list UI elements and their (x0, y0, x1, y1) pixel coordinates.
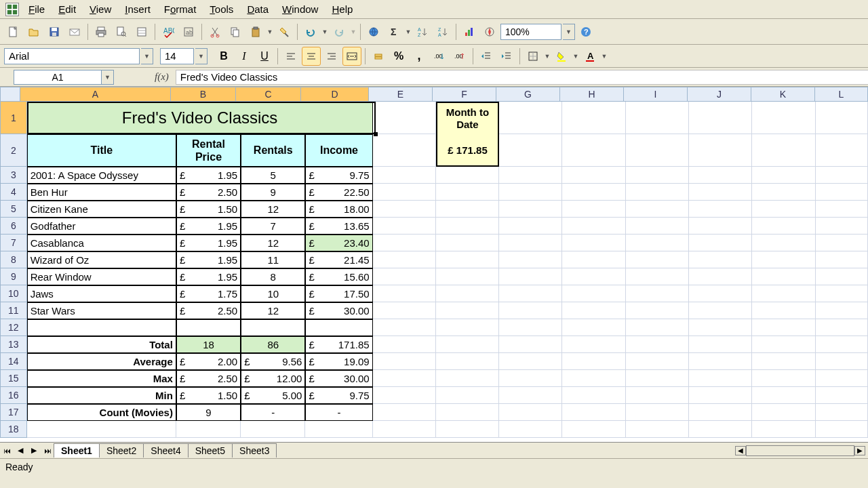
cell-G1[interactable] (499, 102, 562, 134)
menu-data[interactable]: Data (240, 1, 275, 18)
cell-L3[interactable] (816, 167, 868, 184)
cell-I13[interactable] (626, 336, 689, 353)
menu-tools[interactable]: Tools (203, 1, 240, 18)
cell-L7[interactable] (816, 235, 868, 251)
cell-income[interactable]: £17.50 (305, 285, 372, 302)
cell-G2[interactable] (499, 134, 562, 167)
underline-button[interactable]: U (255, 47, 274, 66)
sheet-tab-Sheet2[interactable]: Sheet2 (99, 443, 144, 458)
cell-G17[interactable] (499, 404, 562, 421)
tab-nav-prev[interactable]: ◀ (14, 444, 27, 458)
cell-title[interactable]: Rear Window (27, 268, 176, 285)
cell-G12[interactable] (499, 319, 562, 336)
cell-title[interactable]: Citizen Kane (27, 201, 176, 218)
cell-B12[interactable] (176, 319, 241, 336)
cell-J14[interactable] (689, 353, 752, 370)
cell-L8[interactable] (816, 251, 868, 268)
sheet-tab-Sheet5[interactable]: Sheet5 (188, 443, 233, 458)
bgcolor-button[interactable] (552, 47, 571, 66)
cell-I18[interactable] (626, 421, 689, 438)
row-header-17[interactable]: 17 (0, 404, 27, 421)
cell-I2[interactable] (626, 134, 689, 167)
cell-I5[interactable] (626, 201, 689, 218)
cell-H17[interactable] (562, 404, 625, 421)
cell-F12[interactable] (436, 319, 499, 336)
save-button[interactable] (45, 22, 64, 41)
row-header-2[interactable]: 2 (0, 134, 27, 167)
title-merged-cell[interactable]: Fred's Video Classics (27, 102, 373, 134)
cell-F11[interactable] (436, 302, 499, 319)
cell-H3[interactable] (562, 167, 625, 184)
hyperlink-button[interactable] (364, 22, 383, 41)
cell-F13[interactable] (436, 336, 499, 353)
summary-c-average[interactable]: £9.56 (241, 353, 305, 370)
cell-price[interactable]: £1.95 (176, 167, 241, 184)
cell-L5[interactable] (816, 201, 868, 218)
cell-E2[interactable] (373, 134, 436, 167)
summary-c-min[interactable]: £5.00 (241, 387, 305, 404)
cell-I12[interactable] (626, 319, 689, 336)
cell-price[interactable]: £2.50 (176, 302, 241, 319)
row-header-16[interactable]: 16 (0, 387, 27, 404)
cell-L14[interactable] (816, 353, 868, 370)
cell-H12[interactable] (562, 319, 625, 336)
cell-L12[interactable] (816, 319, 868, 336)
cell-H13[interactable] (562, 336, 625, 353)
cell-rentals[interactable]: 10 (241, 285, 305, 302)
cell-G9[interactable] (499, 268, 562, 285)
cell-F5[interactable] (436, 201, 499, 218)
cell-K5[interactable] (752, 201, 815, 218)
cell-F18[interactable] (436, 421, 499, 438)
cell-H8[interactable] (562, 251, 625, 268)
cell-E5[interactable] (373, 201, 436, 218)
summary-d-max[interactable]: £30.00 (305, 370, 372, 387)
row-header-4[interactable]: 4 (0, 184, 27, 201)
cell-H18[interactable] (562, 421, 625, 438)
cell-E1[interactable] (373, 102, 436, 134)
cell-G18[interactable] (499, 421, 562, 438)
new-button[interactable] (4, 22, 23, 41)
cell-B18[interactable] (176, 421, 241, 438)
month-to-date-label[interactable]: Month toDate (436, 102, 499, 134)
navigator-button[interactable] (480, 22, 499, 41)
page-preview-button[interactable] (132, 22, 151, 41)
row-header-6[interactable]: 6 (0, 218, 27, 235)
select-all-corner[interactable] (0, 87, 20, 102)
cell-L2[interactable] (816, 134, 868, 167)
cell-I14[interactable] (626, 353, 689, 370)
summary-d-min[interactable]: £9.75 (305, 387, 372, 404)
row-header-7[interactable]: 7 (0, 235, 27, 251)
cell-K12[interactable] (752, 319, 815, 336)
month-to-date-value[interactable]: £ 171.85 (436, 134, 499, 167)
cell-H7[interactable] (562, 235, 625, 251)
cell-E13[interactable] (373, 336, 436, 353)
row-header-1[interactable]: 1 (0, 102, 27, 134)
spreadsheet-grid[interactable]: ABCDEFGHIJKL 1Fred's Video ClassicsMonth… (0, 87, 868, 442)
cell-rentals[interactable]: 12 (241, 302, 305, 319)
cell-F16[interactable] (436, 387, 499, 404)
cell-K13[interactable] (752, 336, 815, 353)
column-header-E[interactable]: E (369, 87, 433, 102)
sheet-tab-Sheet4[interactable]: Sheet4 (143, 443, 188, 458)
cell-price[interactable]: £1.75 (176, 285, 241, 302)
cell-K14[interactable] (752, 353, 815, 370)
copy-button[interactable] (226, 22, 245, 41)
column-header-C[interactable]: C (236, 87, 301, 102)
align-right-button[interactable] (322, 47, 341, 66)
summary-c-count[interactable]: - (241, 404, 305, 421)
fontcolor-dropdown[interactable]: ▼ (601, 53, 608, 60)
cell-title[interactable]: Star Wars (27, 302, 176, 319)
row-header-14[interactable]: 14 (0, 353, 27, 370)
cell-title[interactable]: Ben Hur (27, 184, 176, 201)
column-header-F[interactable]: F (433, 87, 496, 102)
cell-K15[interactable] (752, 370, 815, 387)
cell-C18[interactable] (241, 421, 305, 438)
cell-K6[interactable] (752, 218, 815, 235)
cell-E12[interactable] (373, 319, 436, 336)
header-price[interactable]: RentalPrice (176, 134, 241, 167)
cell-I8[interactable] (626, 251, 689, 268)
cell-J12[interactable] (689, 319, 752, 336)
summary-c-total[interactable]: 86 (241, 336, 305, 353)
cell-L18[interactable] (816, 421, 868, 438)
cell-I3[interactable] (626, 167, 689, 184)
